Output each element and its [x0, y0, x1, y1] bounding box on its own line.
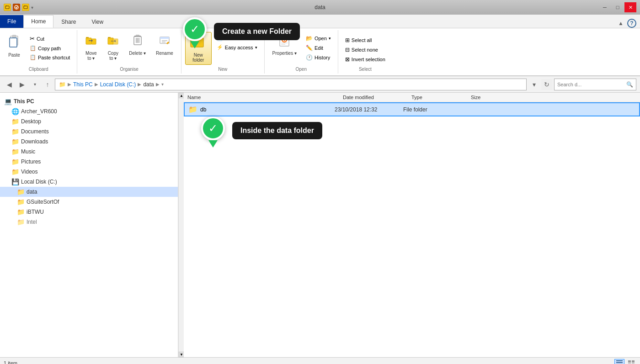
col-date-header[interactable]: Date modified — [343, 95, 411, 100]
tree-item-local-disk[interactable]: 💾 Local Disk (C:) — [0, 177, 178, 187]
intel-label: Intel — [27, 219, 37, 225]
paste-label: Paste — [8, 53, 20, 58]
tree-item-pictures[interactable]: 📁 Pictures — [0, 157, 178, 167]
refresh-button[interactable]: ↻ — [541, 79, 552, 90]
svg-rect-35 — [628, 360, 631, 363]
svg-rect-21 — [160, 37, 169, 39]
copy-path-button[interactable]: 📋 Copy path — [27, 44, 73, 53]
recent-locations-button[interactable]: ▾ — [29, 79, 40, 90]
quick-access-icon2[interactable] — [13, 4, 20, 11]
help-icon[interactable]: ? — [627, 19, 636, 28]
maximize-button[interactable]: □ — [612, 2, 624, 12]
file-area: ▲ ▼ Name Date modified Type Size 📁 db — [178, 93, 640, 357]
history-button[interactable]: 🕐 History — [303, 53, 334, 62]
breadcrumb-dropdown[interactable]: ▾ — [161, 82, 164, 87]
quick-access-icon1[interactable] — [4, 4, 11, 11]
breadcrumb-this-pc[interactable]: This PC — [73, 81, 93, 88]
ribbon-content: Paste ✂ Cut 📋 Copy path 📋 Paste shortcut… — [0, 28, 640, 76]
select-none-button[interactable]: ⊟ Select none — [342, 45, 389, 54]
forward-button[interactable]: ▶ — [16, 79, 27, 90]
status-right — [614, 359, 636, 364]
paste-button[interactable]: Paste — [4, 32, 25, 60]
quick-access-icon3[interactable] — [22, 4, 29, 11]
easy-access-button[interactable]: ⚡ Easy access ▾ — [213, 43, 261, 52]
address-bar: ◀ ▶ ▾ ↑ 📁 ▶ This PC ▶ Local Disk (C:) ▶ … — [0, 76, 640, 93]
dropdown-button[interactable]: ▾ — [528, 79, 539, 90]
tree-item-desktop[interactable]: 📁 Desktop — [0, 116, 178, 127]
breadcrumb-sep4: ▶ — [156, 82, 160, 87]
search-input[interactable] — [557, 82, 624, 87]
history-label: History — [315, 55, 330, 60]
breadcrumb-folder-icon: 📁 — [59, 81, 66, 88]
quick-access-dropdown[interactable]: ▾ — [31, 5, 35, 10]
rename-icon — [159, 34, 170, 50]
back-button[interactable]: ◀ — [4, 79, 15, 90]
edit-button[interactable]: ✏️ Edit — [303, 43, 334, 53]
downloads-icon: 📁 — [11, 138, 19, 145]
tree-item-videos[interactable]: 📁 Videos — [0, 167, 178, 177]
properties-button[interactable]: Properties ▾ — [268, 32, 301, 58]
downloads-label: Downloads — [21, 138, 48, 145]
open-button[interactable]: 📂 Open ▾ — [303, 34, 334, 43]
open-label: Open — [315, 36, 327, 41]
open-group: Properties ▾ 📂 Open ▾ ✏️ Edit 🕐 History — [265, 30, 338, 74]
select-none-icon: ⊟ — [345, 47, 350, 53]
col-size-header[interactable]: Size — [471, 95, 517, 100]
tree-item-music[interactable]: 📁 Music — [0, 147, 178, 157]
cut-button[interactable]: ✂ Cut — [27, 34, 73, 43]
breadcrumb-local-disk[interactable]: Local Disk (C:) — [100, 81, 136, 88]
svg-rect-25 — [191, 37, 196, 39]
rename-button[interactable]: Rename — [152, 32, 177, 58]
tab-share[interactable]: Share — [53, 15, 84, 28]
tree-item-intel[interactable]: 📁 Intel — [0, 217, 178, 227]
status-bar: 1 item — [0, 357, 640, 364]
select-label: Select — [342, 65, 389, 72]
tree-item-documents[interactable]: 📁 Documents — [0, 127, 178, 137]
select-all-button[interactable]: ⊞ Select all — [342, 36, 389, 45]
col-name-header[interactable]: Name — [187, 95, 343, 100]
tab-home[interactable]: Home — [23, 15, 53, 28]
archer-icon: 🌐 — [11, 108, 19, 115]
large-icons-view-button[interactable] — [626, 359, 636, 364]
ribbon-collapse-icon[interactable]: ▲ — [618, 20, 624, 26]
new-folder-button[interactable]: Newfolder — [185, 32, 212, 65]
file-scrollbar: ▲ ▼ — [178, 93, 184, 357]
move-to-label: Moveto ▾ — [85, 51, 96, 61]
file-row-db[interactable]: 📁 db 23/10/2018 12:32 File folder — [184, 102, 640, 116]
pictures-label: Pictures — [21, 158, 41, 165]
cut-icon: ✂ — [30, 35, 35, 42]
tree-item-downloads[interactable]: 📁 Downloads — [0, 137, 178, 147]
minimize-button[interactable]: ─ — [599, 2, 611, 12]
new-item-arrow: ▾ — [248, 36, 250, 41]
paste-icon — [8, 34, 21, 52]
new-item-button[interactable]: 📄 New item ▾ — [213, 34, 261, 42]
details-view-button[interactable] — [614, 359, 624, 364]
breadcrumb-bar: 📁 ▶ This PC ▶ Local Disk (C:) ▶ data ▶ ▾ — [55, 79, 527, 90]
data-label: data — [27, 189, 37, 195]
tree-item-data[interactable]: 📁 data — [0, 187, 178, 197]
tab-file[interactable]: File — [0, 15, 23, 28]
documents-label: Documents — [21, 128, 49, 135]
new-item-label: New item — [225, 36, 246, 41]
delete-button[interactable]: Delete ▾ — [125, 32, 150, 58]
up-button[interactable]: ↑ — [42, 79, 53, 90]
file-list: Name Date modified Type Size 📁 db 23/10/… — [184, 93, 640, 357]
paste-shortcut-label: Paste shortcut — [38, 55, 70, 60]
window-title: data — [315, 4, 325, 11]
copy-to-button[interactable]: Copyto ▾ — [103, 32, 123, 63]
search-icon[interactable]: 🔍 — [626, 81, 633, 88]
tree-item-this-pc[interactable]: 💻 This PC — [0, 96, 178, 106]
tree-item-ibtwu[interactable]: 📁 iBTWU — [0, 207, 178, 217]
new-group: Newfolder 📄 New item ▾ ⚡ Easy access ▾ N… — [181, 30, 265, 74]
move-to-button[interactable]: Moveto ▾ — [81, 32, 101, 63]
tree-item-archer[interactable]: 🌐 Archer_VR600 — [0, 106, 178, 116]
title-bar: ▾ data ─ □ ✕ — [0, 0, 640, 15]
select-all-label: Select all — [352, 37, 372, 43]
tree-item-gsuite[interactable]: 📁 GSuiteSortOf — [0, 197, 178, 207]
gsuite-label: GSuiteSortOf — [27, 199, 59, 205]
close-button[interactable]: ✕ — [624, 2, 636, 12]
paste-shortcut-button[interactable]: 📋 Paste shortcut — [27, 53, 73, 62]
tab-view[interactable]: View — [84, 15, 111, 28]
col-type-header[interactable]: Type — [411, 95, 471, 100]
invert-selection-button[interactable]: ⊠ Invert selection — [342, 55, 389, 64]
